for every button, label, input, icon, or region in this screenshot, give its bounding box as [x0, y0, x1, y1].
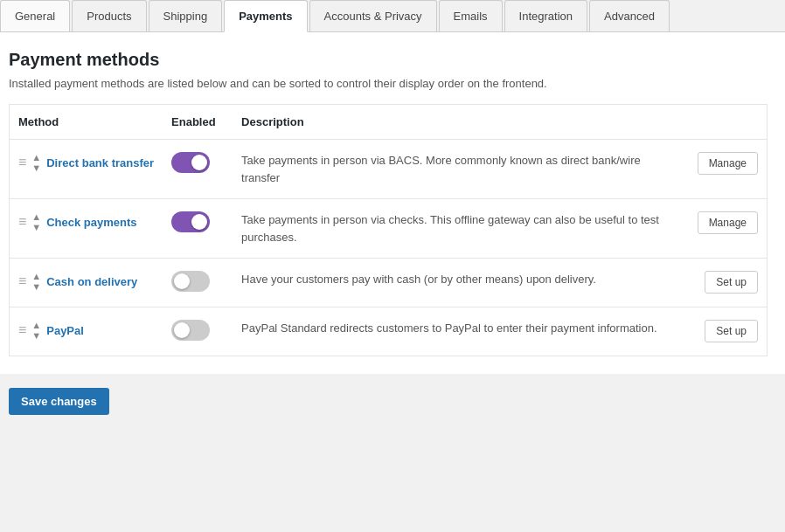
description-cell-paypal: PayPal Standard redirects customers to P… [233, 307, 688, 356]
sort-up-paypal[interactable]: ▲ [31, 320, 41, 330]
tab-accounts-privacy[interactable]: Accounts & Privacy [309, 0, 437, 31]
toggle-paypal[interactable] [171, 320, 210, 341]
description-text-check-payments: Take payments in person via checks. This… [241, 213, 659, 244]
tab-products[interactable]: Products [72, 0, 146, 31]
method-controls-cash-on-delivery: ≡ ▲ ▼ Cash on delivery [10, 259, 163, 307]
sort-down-paypal[interactable]: ▼ [31, 330, 41, 341]
description-cell-direct-bank-transfer: Take payments in person via BACS. More c… [233, 140, 688, 199]
tab-advanced[interactable]: Advanced [589, 0, 670, 31]
method-controls-check-payments: ≡ ▲ ▼ Check payments [10, 199, 163, 259]
tab-integration[interactable]: Integration [504, 0, 587, 31]
page-title: Payment methods [9, 50, 768, 70]
method-name-cash-on-delivery[interactable]: Cash on delivery [46, 275, 137, 288]
toggle-cash-on-delivery[interactable] [171, 271, 210, 292]
sort-down-check-payments[interactable]: ▼ [31, 222, 41, 232]
sort-down-direct-bank-transfer[interactable]: ▼ [31, 162, 41, 173]
drag-handle-paypal[interactable]: ≡ [18, 322, 26, 338]
enabled-cell-check-payments [163, 199, 233, 259]
sort-up-cash-on-delivery[interactable]: ▲ [31, 271, 41, 281]
action-btn-cash-on-delivery[interactable]: Set up [705, 271, 758, 294]
sort-down-cash-on-delivery[interactable]: ▼ [31, 281, 41, 292]
enabled-cell-cash-on-delivery [163, 259, 233, 307]
description-text-direct-bank-transfer: Take payments in person via BACS. More c… [241, 154, 641, 184]
tab-emails[interactable]: Emails [439, 0, 503, 31]
table-row-check-payments: ≡ ▲ ▼ Check payments Take payments in pe… [10, 199, 768, 259]
tab-payments[interactable]: Payments [224, 0, 307, 32]
method-name-paypal[interactable]: PayPal [46, 324, 84, 337]
drag-handle-cash-on-delivery[interactable]: ≡ [18, 273, 26, 289]
col-action [689, 105, 768, 140]
col-method: Method [10, 105, 163, 140]
tabs-bar: GeneralProductsShippingPaymentsAccounts … [0, 0, 785, 32]
toggle-direct-bank-transfer[interactable] [171, 152, 210, 173]
method-controls-direct-bank-transfer: ≡ ▲ ▼ Direct bank transfer [10, 140, 163, 199]
description-cell-cash-on-delivery: Have your customers pay with cash (or by… [233, 259, 688, 307]
table-row-direct-bank-transfer: ≡ ▲ ▼ Direct bank transfer Take payments… [10, 140, 768, 199]
content-area: Payment methods Installed payment method… [0, 32, 785, 374]
action-cell-paypal: Set up [689, 307, 768, 356]
page-description: Installed payment methods are listed bel… [9, 77, 768, 90]
drag-handle-check-payments[interactable]: ≡ [18, 214, 26, 230]
action-cell-check-payments: Manage [689, 199, 768, 259]
col-description: Description [233, 105, 688, 140]
description-cell-check-payments: Take payments in person via checks. This… [233, 199, 688, 259]
sort-up-direct-bank-transfer[interactable]: ▲ [31, 152, 41, 162]
method-controls-paypal: ≡ ▲ ▼ PayPal [10, 307, 163, 356]
drag-handle-direct-bank-transfer[interactable]: ≡ [18, 155, 26, 170]
toggle-check-payments[interactable] [171, 211, 210, 232]
tab-shipping[interactable]: Shipping [149, 0, 223, 31]
action-btn-check-payments[interactable]: Manage [698, 211, 758, 234]
method-name-check-payments[interactable]: Check payments [46, 216, 136, 229]
payment-methods-table: Method Enabled Description ≡ ▲ ▼ Direct … [9, 104, 768, 356]
tab-general[interactable]: General [0, 0, 70, 31]
footer-bar: Save changes [0, 374, 785, 429]
enabled-cell-paypal [163, 307, 233, 356]
description-text-cash-on-delivery: Have your customers pay with cash (or by… [241, 273, 596, 286]
action-btn-direct-bank-transfer[interactable]: Manage [698, 152, 758, 175]
method-name-direct-bank-transfer[interactable]: Direct bank transfer [46, 156, 154, 169]
enabled-cell-direct-bank-transfer [163, 140, 233, 199]
action-cell-direct-bank-transfer: Manage [689, 140, 768, 199]
table-row-cash-on-delivery: ≡ ▲ ▼ Cash on delivery Have your custome… [10, 259, 768, 307]
table-row-paypal: ≡ ▲ ▼ PayPal PayPal Standard redirects c… [10, 307, 768, 356]
save-button[interactable]: Save changes [9, 388, 109, 415]
action-btn-paypal[interactable]: Set up [705, 320, 758, 342]
sort-up-check-payments[interactable]: ▲ [31, 211, 41, 222]
action-cell-cash-on-delivery: Set up [689, 259, 768, 307]
col-enabled: Enabled [163, 105, 233, 140]
description-text-paypal: PayPal Standard redirects customers to P… [241, 321, 656, 335]
